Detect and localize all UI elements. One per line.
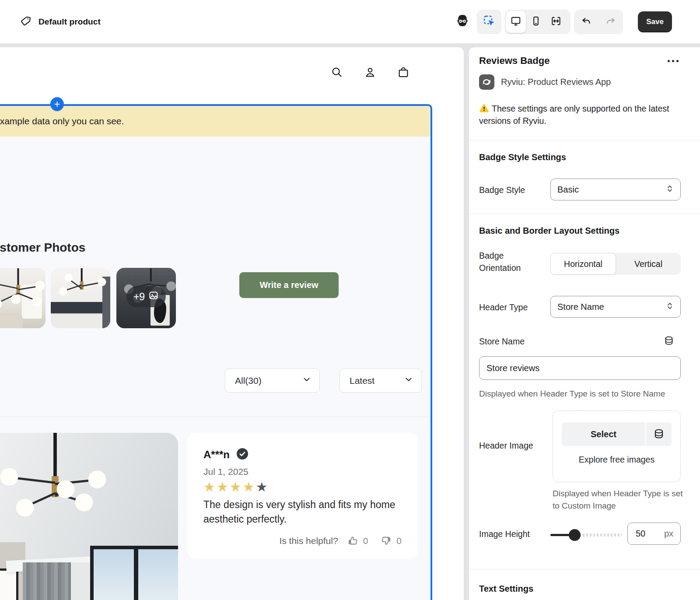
chandelier-photo-graphic: [0, 268, 46, 328]
reviews-widget: Customer Photos +9 Write a: [0, 137, 430, 600]
layout-section-heading: Basic and Border Layout Settings: [479, 226, 620, 236]
chandelier-photo-graphic: [0, 433, 133, 564]
example-data-banner-text: example data only you can see.: [0, 116, 124, 126]
desktop-view-button[interactable]: [506, 11, 526, 33]
cart-icon[interactable]: [397, 66, 410, 79]
helpful-up-count: 0: [363, 536, 368, 546]
customer-photo-thumbnail[interactable]: [51, 268, 110, 328]
verified-check-icon: [236, 448, 248, 462]
version-warning: These settings are only supported on the…: [479, 102, 677, 127]
reviews-filter-dropdown[interactable]: All(30): [225, 368, 320, 393]
image-height-value: 50: [636, 529, 645, 539]
account-icon[interactable]: [364, 66, 377, 79]
warning-triangle-icon: [479, 104, 489, 113]
ryviu-logo-icon: [479, 74, 494, 90]
app-name: Ryviu: Product Reviews App: [501, 77, 611, 87]
helpful-down-count: 0: [396, 536, 402, 546]
badge-style-value: Basic: [557, 185, 579, 195]
store-name-input[interactable]: [479, 356, 681, 380]
search-icon[interactable]: [330, 66, 343, 79]
image-icon: [148, 290, 159, 303]
header-image-dropzone: Select Explore free images: [553, 411, 681, 482]
orientation-horizontal-option[interactable]: Horizontal: [550, 253, 616, 275]
mobile-view-button[interactable]: [526, 11, 546, 33]
device-view-switcher: [505, 10, 570, 34]
thumbs-up-icon[interactable]: [347, 535, 359, 547]
header-image-label: Header Image: [479, 439, 533, 452]
mobile-view-icon: [530, 15, 542, 28]
preview-inspector-button[interactable]: [452, 11, 473, 32]
image-height-slider[interactable]: [550, 529, 622, 541]
dynamic-source-icon[interactable]: [646, 422, 672, 446]
undo-icon: [581, 15, 592, 28]
reviews-sort-value: Latest: [350, 375, 374, 386]
save-button[interactable]: Save: [638, 11, 672, 32]
reviews-divider: [0, 417, 432, 417]
tag-icon: [20, 15, 32, 28]
theme-preview-canvas: + example data only you can see. Custome…: [0, 47, 464, 600]
store-header-icons: [330, 66, 410, 79]
add-section-button[interactable]: +: [50, 97, 64, 111]
desktop-view-icon: [510, 15, 522, 28]
editor-topbar: Default product: [0, 0, 700, 44]
store-name-label: Store Name: [479, 335, 525, 347]
reviews-app-block-selection[interactable]: example data only you can see. Customer …: [0, 104, 432, 600]
star-rating: ★★★★★: [203, 480, 402, 494]
settings-sidebar: Reviews Badge Ryviu: Product Reviews App…: [469, 47, 700, 600]
image-height-label: Image Height: [479, 528, 530, 540]
select-tool-icon: [483, 14, 496, 29]
text-section-heading: Text Settings: [479, 584, 533, 594]
inspect-mode-button[interactable]: [477, 10, 501, 34]
redo-button[interactable]: [598, 10, 623, 34]
section-divider: [469, 214, 700, 214]
helpful-prompt: Is this helpful?: [279, 536, 338, 546]
review-author: A***n: [203, 449, 230, 461]
customer-photos-title: Customer Photos: [0, 241, 85, 255]
undo-button[interactable]: [574, 10, 598, 34]
chandelier-photo-graphic: [51, 268, 110, 328]
app-attribution: Ryviu: Product Reviews App: [479, 74, 611, 90]
badge-orientation-toggle: Horizontal Vertical: [550, 253, 681, 275]
badge-style-select[interactable]: Basic: [550, 179, 681, 200]
section-divider: [469, 140, 700, 140]
reviews-sort-dropdown[interactable]: Latest: [340, 368, 422, 393]
header-type-select[interactable]: Store Name: [550, 296, 681, 318]
redo-icon: [605, 15, 616, 28]
image-height-unit: px: [664, 529, 673, 539]
customer-photo-thumbnail[interactable]: [0, 268, 46, 328]
image-height-value-box[interactable]: 50 px: [627, 523, 681, 545]
updown-chevron-icon: [665, 184, 674, 195]
badge-style-label: Badge Style: [479, 184, 525, 196]
customer-photo-thumbnail-more[interactable]: +9: [116, 268, 176, 328]
thumbs-down-icon[interactable]: [380, 535, 392, 547]
select-image-button[interactable]: Select: [562, 422, 645, 446]
explore-free-images-link[interactable]: Explore free images: [562, 455, 672, 465]
slider-handle[interactable]: [569, 529, 581, 541]
example-data-banner: example data only you can see.: [0, 106, 430, 137]
history-controls: [574, 10, 623, 34]
review-date: Jul 1, 2025: [203, 467, 402, 477]
review-card: A***n Jul 1, 2025 ★★★★★ The design is ve…: [188, 433, 417, 558]
reviews-filter-value: All(30): [235, 375, 262, 386]
section-divider: [469, 569, 700, 569]
dynamic-source-icon[interactable]: [663, 335, 675, 347]
chevron-down-icon: [302, 375, 312, 386]
more-photos-pill: +9: [126, 286, 166, 307]
badge-style-section-heading: Badge Style Settings: [479, 152, 566, 162]
fullwidth-view-icon: [550, 15, 562, 28]
store-name-helper: Displayed when Header Type is set to Sto…: [479, 388, 665, 400]
ellipsis-menu-icon[interactable]: [664, 55, 682, 67]
panel-title: Reviews Badge: [479, 55, 550, 67]
fullwidth-view-button[interactable]: [546, 11, 566, 33]
version-warning-text: These settings are only supported on the…: [479, 104, 669, 126]
orientation-vertical-option[interactable]: Vertical: [616, 253, 681, 275]
write-review-button[interactable]: Write a review: [239, 272, 339, 298]
header-image-helper: Displayed when Header Type is set to Cus…: [553, 488, 684, 512]
page-title: Default product: [38, 17, 101, 27]
incognito-preview-icon: [455, 13, 470, 31]
review-photo[interactable]: [0, 433, 178, 600]
header-type-label: Header Type: [479, 301, 528, 313]
badge-orientation-label: Badge Orientation: [479, 249, 545, 274]
more-photos-count: +9: [133, 291, 145, 303]
review-text: The design is very stylish and fits my h…: [203, 498, 402, 526]
